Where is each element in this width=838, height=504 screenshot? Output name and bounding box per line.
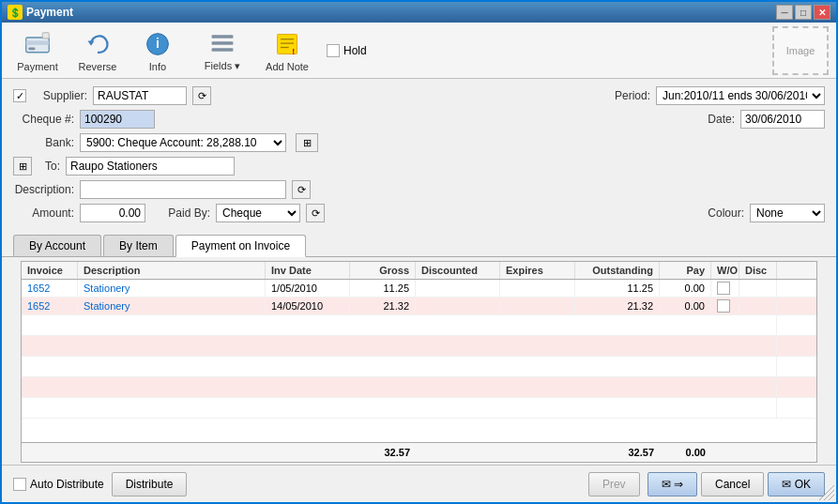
hold-checkbox[interactable] [327,44,340,57]
svg-text:!: ! [292,46,295,55]
svg-rect-1 [26,40,50,44]
tab-by-account[interactable]: By Account [13,235,101,256]
amount-input[interactable] [80,204,145,222]
to-input[interactable] [66,157,235,176]
totals-wo [711,445,739,460]
row1-outstanding: 11.25 [575,280,660,297]
fields-button[interactable]: Fields ▾ [190,26,255,75]
totals-description [78,445,266,460]
info-label: Info [149,61,166,72]
ok-button[interactable]: ✉ OK [768,472,825,496]
hold-label: Hold [343,44,367,57]
minimize-button[interactable]: ─ [776,5,793,20]
tab-payment-on-invoice[interactable]: Payment on Invoice [175,235,306,257]
svg-rect-3 [42,32,49,38]
description-label: Description: [13,183,74,196]
description-lookup-icon[interactable]: ⟳ [292,180,311,199]
info-icon: i [143,29,173,59]
table-row [22,377,816,398]
row1-pay[interactable]: 0.00 [660,280,711,297]
row2-wo-checkbox[interactable] [717,299,730,313]
prev-button[interactable]: Prev [588,472,640,496]
add-note-button[interactable]: ! Add Note [259,26,315,75]
row2-pay[interactable]: 0.00 [660,298,711,314]
totals-row: 32.57 32.57 0.00 [22,442,816,462]
bank-select[interactable]: 5900: Cheque Account: 28,288.10 [80,133,286,152]
info-button[interactable]: i Info [130,26,186,75]
col-gross: Gross [350,262,416,279]
toolbar: Payment Reverse i Info [2,23,836,79]
col-pay: Pay [660,262,711,279]
description-input[interactable] [80,180,286,199]
title-bar: 💲 Payment ─ □ ✕ [2,2,836,23]
supplier-input[interactable] [93,86,187,105]
row1-invoice[interactable]: 1652 [22,280,78,297]
cheque-input[interactable] [80,110,155,129]
reverse-icon [83,29,113,59]
supplier-lookup-icon[interactable]: ⟳ [192,86,211,105]
table-row [22,357,816,377]
main-window: 💲 Payment ─ □ ✕ Payment [0,0,838,504]
paid-by-icon[interactable]: ⟳ [306,204,325,222]
row2-invoice[interactable]: 1652 [22,298,78,314]
row2-gross: 21.32 [350,298,416,314]
col-outstanding: Outstanding [575,262,660,279]
payment-button[interactable]: Payment [9,26,66,75]
cancel-button[interactable]: Cancel [701,472,764,496]
svg-rect-2 [28,47,35,50]
row1-wo-checkbox[interactable] [717,282,730,295]
to-row: ⊞ To: [13,157,825,176]
cheque-label: Cheque #: [13,113,74,126]
note-icon: ! [272,29,302,59]
email-send-button[interactable]: ✉ ⇒ [648,472,697,496]
date-label: Date: [702,113,735,126]
colour-select[interactable]: None Red Blue Green [750,204,825,222]
row2-description[interactable]: Stationery [78,298,266,314]
auto-distribute-checkbox[interactable] [13,478,26,491]
svg-line-17 [829,495,834,500]
row1-disc [739,280,777,297]
col-expires: Expires [500,262,575,279]
tab-by-item[interactable]: By Item [103,235,174,256]
reverse-button[interactable]: Reverse [69,26,126,75]
window-icon: 💲 [8,5,23,20]
tab-bar: By Account By Item Payment on Invoice [2,235,836,257]
table-body: 1652 Stationery 1/05/2010 11.25 11.25 0.… [22,280,816,442]
date-input[interactable] [740,110,825,129]
totals-inv-date [266,445,350,460]
col-invoice: Invoice [22,262,78,279]
hold-area: Hold [327,44,367,57]
amount-row: Amount: Paid By: Cheque Cash EFT ⟳ Colou… [13,204,825,222]
to-label: To: [41,160,60,173]
row1-description[interactable]: Stationery [78,280,266,297]
col-description: Description [78,262,266,279]
row2-inv-date: 14/05/2010 [266,298,350,314]
supplier-checkbox[interactable] [13,89,26,102]
svg-marker-4 [88,40,95,45]
totals-gross: 32.57 [350,445,416,460]
table-row [22,315,816,336]
period-label: Period: [608,89,650,102]
distribute-button[interactable]: Distribute [112,472,188,496]
table-row: 1652 Stationery 1/05/2010 11.25 11.25 0.… [22,280,816,298]
description-row: Description: ⟳ [13,180,825,199]
bank-detail-icon[interactable]: ⊞ [296,133,318,152]
bottom-bar: Auto Distribute Distribute Prev ✉ ⇒ Canc… [2,465,836,502]
table-row [22,398,816,419]
svg-rect-8 [212,41,234,45]
svg-text:i: i [156,36,160,51]
svg-line-16 [824,490,834,500]
period-select[interactable]: Jun:2010/11 ends 30/06/2010 [656,86,825,105]
resize-handle[interactable] [819,485,834,500]
col-disc: Disc [739,262,777,279]
paid-by-select[interactable]: Cheque Cash EFT [216,204,300,222]
expand-icon[interactable]: ⊞ [13,157,32,176]
row1-inv-date: 1/05/2010 [266,280,350,297]
svg-rect-9 [212,48,234,52]
table-row [22,336,816,357]
restore-button[interactable]: □ [795,5,812,20]
image-button[interactable]: Image [772,26,829,75]
fields-icon [207,29,237,58]
auto-distribute-label: Auto Distribute [30,478,104,491]
close-button[interactable]: ✕ [814,5,830,20]
